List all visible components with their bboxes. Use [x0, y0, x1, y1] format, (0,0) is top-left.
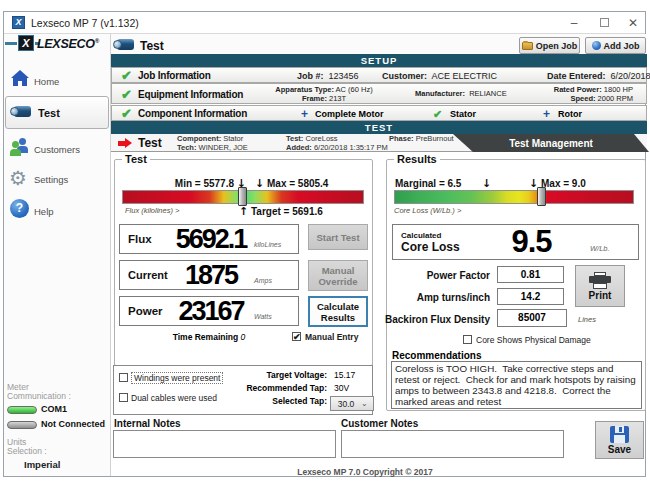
footer-copyright: Lexseco MP 7.0 Copyright © 2017 [111, 467, 619, 477]
test-management-tab[interactable]: Test Management [453, 134, 649, 152]
calculate-results-button[interactable]: Calculate Results [308, 296, 368, 327]
flux-gauge-slider [238, 187, 247, 206]
units-label-line2: Selection : [7, 446, 47, 456]
close-button[interactable]: ✕ [622, 12, 644, 33]
sidebar-item-help[interactable]: Help [34, 206, 54, 217]
backiron-label: Backiron Flux Density [385, 314, 490, 325]
internal-notes-label: Internal Notes [114, 418, 181, 429]
brand-name: LEXSECO® [37, 37, 99, 51]
gauge-min-label: Min = 5577.8 ↓ [175, 177, 246, 190]
open-folder-icon [522, 42, 533, 50]
coreloss-gauge-axis-label: Core Loss (W/Lb.) > [394, 206, 461, 215]
test-tab[interactable]: Test [138, 136, 162, 150]
backiron-value-box[interactable]: 85007 [497, 309, 567, 327]
dual-cables-checkbox[interactable] [119, 393, 128, 402]
minimize-icon: – [571, 16, 578, 30]
setup-section-header: SETUP [111, 54, 647, 67]
settings-gear-icon: ⚙ [9, 168, 27, 188]
current-reading-box[interactable]: Current 1875 Amps [119, 260, 299, 290]
component-complete-motor[interactable]: Complete Motor [315, 109, 384, 119]
app-window: X Lexseco MP 7 (v1.132) – ✕ X LEXSECO® H… [3, 11, 646, 477]
customers-icon [10, 138, 32, 158]
job-information-row[interactable]: ✔ Job Information Job #: 123456 Customer… [111, 67, 647, 83]
manual-entry-label: Manual Entry [305, 332, 358, 342]
maximize-icon [600, 18, 609, 27]
add-job-icon [592, 41, 601, 50]
sidebar-item-settings[interactable]: Settings [34, 174, 68, 185]
job-number-field: Job #: 123456 [297, 71, 359, 81]
close-icon: ✕ [628, 16, 638, 30]
recommended-tap-value: 30V [334, 383, 349, 393]
results-gauge-marginal-label: Marginal = 6.5 [395, 178, 461, 189]
rated-power-field: Rated Power: 1800 HP Speed: 2000 RPM [483, 86, 633, 103]
manual-override-button[interactable]: Manual Override [308, 260, 368, 291]
target-voltage-value: 15.17 [334, 370, 355, 380]
meter-communication-label-line2: Communication : [7, 391, 71, 401]
coreloss-gauge-slider [537, 187, 546, 206]
coreloss-box: Calculated Core Loss 9.5 W/Lb. [392, 224, 639, 260]
power-factor-value-box[interactable]: 0.81 [497, 266, 564, 283]
com-port-label: COM1 [41, 404, 67, 414]
complete-motor-plus-icon: + [301, 107, 308, 121]
equipment-check-icon: ✔ [121, 86, 132, 101]
results-gauge-marginal-arrow: ↓ [482, 177, 491, 190]
gauge-max-label: ↓ Max = 5805.4 [255, 177, 328, 190]
motor-icon [10, 105, 32, 118]
power-reading-box[interactable]: Power 23167 Watts [119, 296, 299, 326]
date-entered-field: Date Entered: 6/20/2018 [547, 71, 650, 81]
coreloss-gauge [394, 190, 634, 204]
apparatus-type-field: Apparatus Type: AC (60 Hz) Frame: 213T [249, 86, 399, 103]
test-info-component: Component: Stator Tech: WINDER, JOE [177, 135, 248, 152]
component-information-row[interactable]: ✔ Component Information + Complete Motor… [111, 105, 647, 121]
logo-dash-left [5, 42, 17, 45]
window-title: Lexseco MP 7 (v1.132) [31, 17, 139, 29]
test-groupbox: Test Min = 5577.8 ↓ ↓ Max = 5805.4 Flux … [114, 159, 373, 366]
core-damage-checkbox[interactable] [463, 335, 472, 344]
connection-status-label: Not Connected [41, 419, 105, 429]
minimize-button[interactable]: – [563, 12, 585, 33]
maximize-button[interactable] [593, 12, 615, 33]
connection-led [7, 421, 37, 429]
amp-turns-value-box[interactable]: 14.2 [497, 288, 564, 305]
start-test-button[interactable]: Start Test [308, 224, 368, 250]
internal-notes-textarea[interactable] [113, 430, 336, 458]
sidebar-item-test-label: Test [38, 107, 60, 119]
save-floppy-icon [610, 426, 629, 443]
selected-tap-dropdown[interactable]: 30.0 ⌄ [330, 396, 374, 411]
customer-field: Customer: ACE ELECTRIC [382, 71, 497, 81]
windings-checkbox[interactable] [119, 373, 128, 382]
equipment-information-row[interactable]: ✔ Equipment Information Apparatus Type: … [111, 83, 647, 104]
sidebar-item-customers[interactable]: Customers [34, 144, 80, 155]
test-info-test: Test: CoreLoss Added: 6/20/2018 1:35:17 … [286, 135, 388, 152]
component-rotor[interactable]: Rotor [558, 109, 582, 119]
core-damage-label: Core Shows Physical Damage [476, 335, 591, 345]
coreloss-value: 9.5 [473, 224, 590, 260]
com-port-led [7, 406, 37, 414]
sidebar-item-home[interactable]: Home [34, 76, 59, 87]
dropdown-chevron-icon: ⌄ [361, 401, 373, 407]
open-job-button[interactable]: Open Job [519, 37, 580, 54]
component-stator[interactable]: Stator [450, 109, 476, 119]
stator-check-icon: ✔ [433, 108, 442, 121]
flux-gauge-axis-label: Flux (kilolines) > [125, 206, 179, 215]
flux-reading-box[interactable]: Flux 5692.1 kiloLines [119, 224, 299, 254]
customer-notes-textarea[interactable] [341, 430, 564, 458]
test-section-header: TEST [111, 121, 647, 134]
print-button[interactable]: Print [575, 265, 625, 307]
results-groupbox: Results Marginal = 6.5 ↓ ↓ Max = 9.0 Cor… [386, 159, 646, 411]
gauge-target-label: ↑ Target = 5691.6 [239, 205, 323, 218]
recommendations-box[interactable]: Coreloss is TOO HIGH. Take corrective st… [391, 361, 642, 409]
units-value: Imperial [24, 459, 60, 470]
job-check-icon: ✔ [121, 68, 132, 83]
lexseco-logo-icon: X [18, 35, 34, 51]
component-check-icon: ✔ [121, 106, 132, 121]
help-icon: ? [10, 199, 29, 218]
save-button[interactable]: Save [595, 421, 644, 459]
tap-labels: Target Voltage: Recommended Tap: Selecte… [174, 369, 327, 408]
add-job-button[interactable]: Add Job [585, 37, 646, 54]
manual-entry-checkbox[interactable]: ✔ [292, 332, 301, 341]
test-info-phase: Phase: PreBurnout [389, 135, 454, 144]
rotor-plus-icon: + [543, 107, 550, 121]
title-bar: X Lexseco MP 7 (v1.132) – ✕ [4, 12, 645, 34]
power-factor-label: Power Factor [427, 270, 490, 281]
